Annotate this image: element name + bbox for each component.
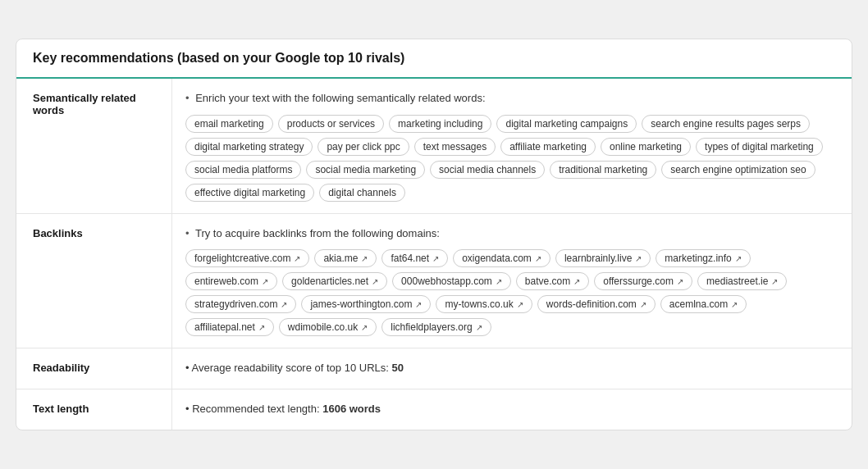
text-length-text: • Recommended text length: 1606 words: [185, 401, 838, 418]
backlinks-intro: • Try to acquire backlinks from the foll…: [185, 225, 838, 242]
semantically-related-section: Semantically related words • Enrich your…: [16, 79, 852, 214]
backlinks-content: • Try to acquire backlinks from the foll…: [172, 214, 852, 348]
external-link-icon: ↗: [415, 300, 422, 309]
sem-tag[interactable]: traditional marketing: [550, 161, 656, 179]
backlink-tag[interactable]: acemlna.com↗: [660, 295, 747, 313]
recommendations-card: Key recommendations (based on your Googl…: [16, 39, 852, 430]
backlink-tag[interactable]: mediastreet.ie↗: [697, 272, 787, 290]
sem-tag[interactable]: online marketing: [601, 138, 691, 156]
backlink-tag[interactable]: batve.com↗: [516, 272, 589, 290]
backlink-tag[interactable]: forgelightcreative.com↗: [185, 249, 309, 267]
backlink-tag[interactable]: fat64.net↗: [381, 249, 448, 267]
external-link-icon: ↗: [258, 323, 265, 332]
external-link-icon: ↗: [640, 300, 646, 309]
semantically-related-content: • Enrich your text with the following se…: [172, 79, 852, 213]
sem-tag[interactable]: pay per click ppc: [318, 138, 409, 156]
backlink-tag[interactable]: james-worthington.com↗: [301, 295, 431, 313]
sem-tag[interactable]: effective digital marketing: [185, 184, 314, 202]
sem-tag[interactable]: search engine optimization seo: [661, 161, 815, 179]
backlink-tag[interactable]: offerssurge.com↗: [594, 272, 692, 290]
readability-section: Readability • Average readability score …: [16, 348, 852, 389]
backlinks-tags: forgelightcreative.com↗akia.me↗fat64.net…: [185, 249, 838, 336]
semantically-related-label: Semantically related words: [16, 79, 172, 213]
external-link-icon: ↗: [361, 254, 368, 263]
backlink-tag[interactable]: learnbrainly.live↗: [555, 249, 651, 267]
text-length-value: 1606 words: [322, 403, 381, 415]
sem-tag[interactable]: social media platforms: [185, 161, 301, 179]
card-title: Key recommendations (based on your Googl…: [33, 51, 404, 65]
readability-score: 50: [392, 362, 404, 374]
readability-text: • Average readability score of top 10 UR…: [185, 360, 838, 377]
external-link-icon: ↗: [361, 323, 368, 332]
bullet-icon-2: •: [185, 227, 190, 239]
sem-tag[interactable]: marketing including: [389, 115, 491, 133]
external-link-icon: ↗: [262, 277, 268, 286]
semantically-related-intro-text: Enrich your text with the following sema…: [195, 92, 485, 104]
text-length-section: Text length • Recommended text length: 1…: [16, 389, 852, 430]
backlink-tag[interactable]: oxigendata.com↗: [453, 249, 550, 267]
sem-tag[interactable]: social media channels: [430, 161, 545, 179]
external-link-icon: ↗: [677, 277, 683, 286]
sem-tag[interactable]: email marketing: [185, 115, 273, 133]
card-header: Key recommendations (based on your Googl…: [16, 39, 852, 79]
external-link-icon: ↗: [496, 277, 502, 286]
sem-tag[interactable]: search engine results pages serps: [642, 115, 810, 133]
external-link-icon: ↗: [372, 277, 378, 286]
external-link-icon: ↗: [294, 254, 300, 263]
sem-tag[interactable]: digital marketing campaigns: [496, 115, 637, 133]
external-link-icon: ↗: [731, 300, 738, 309]
sem-tag[interactable]: digital channels: [319, 184, 405, 202]
sem-tag[interactable]: types of digital marketing: [696, 138, 823, 156]
external-link-icon: ↗: [635, 254, 642, 263]
external-link-icon: ↗: [476, 323, 482, 332]
backlink-tag[interactable]: 000webhostapp.com↗: [392, 272, 511, 290]
readability-content: • Average readability score of top 10 UR…: [172, 348, 852, 389]
backlink-tag[interactable]: goldenarticles.net↗: [282, 272, 387, 290]
text-length-label: Text length: [16, 389, 172, 430]
external-link-icon: ↗: [535, 254, 541, 263]
text-length-description: Recommended text length:: [192, 403, 319, 415]
bullet-icon: •: [185, 92, 190, 104]
bullet-icon-3: •: [185, 362, 190, 374]
backlink-tag[interactable]: akia.me↗: [314, 249, 377, 267]
bullet-icon-4: •: [185, 403, 190, 415]
readability-label: Readability: [16, 348, 172, 389]
backlink-tag[interactable]: my-towns.co.uk↗: [436, 295, 532, 313]
backlinks-intro-text: Try to acquire backlinks from the follow…: [195, 227, 440, 239]
backlink-tag[interactable]: lichfieldplayers.org↗: [381, 318, 491, 336]
backlink-tag[interactable]: wdimobile.co.uk↗: [279, 318, 377, 336]
backlinks-label: Backlinks: [16, 214, 172, 348]
external-link-icon: ↗: [735, 254, 742, 263]
semantically-related-tags: email marketingproducts or servicesmarke…: [185, 115, 838, 202]
backlink-tag[interactable]: marketingz.info↗: [656, 249, 750, 267]
external-link-icon: ↗: [573, 277, 580, 286]
semantically-related-intro: • Enrich your text with the following se…: [185, 90, 838, 107]
external-link-icon: ↗: [517, 300, 523, 309]
backlink-tag[interactable]: words-definition.com↗: [537, 295, 656, 313]
backlinks-section: Backlinks • Try to acquire backlinks fro…: [16, 214, 852, 349]
external-link-icon: ↗: [281, 300, 287, 309]
external-link-icon: ↗: [771, 277, 778, 286]
sem-tag[interactable]: digital marketing strategy: [185, 138, 313, 156]
text-length-content: • Recommended text length: 1606 words: [172, 389, 852, 430]
backlink-tag[interactable]: affiliatepal.net↗: [185, 318, 274, 336]
sem-tag[interactable]: social media marketing: [306, 161, 425, 179]
readability-description: Average readability score of top 10 URLs…: [191, 362, 388, 374]
backlink-tag[interactable]: entireweb.com↗: [185, 272, 277, 290]
external-link-icon: ↗: [432, 254, 439, 263]
backlink-tag[interactable]: strategydriven.com↗: [185, 295, 296, 313]
sem-tag[interactable]: affiliate marketing: [500, 138, 596, 156]
sem-tag[interactable]: text messages: [414, 138, 496, 156]
sem-tag[interactable]: products or services: [278, 115, 384, 133]
